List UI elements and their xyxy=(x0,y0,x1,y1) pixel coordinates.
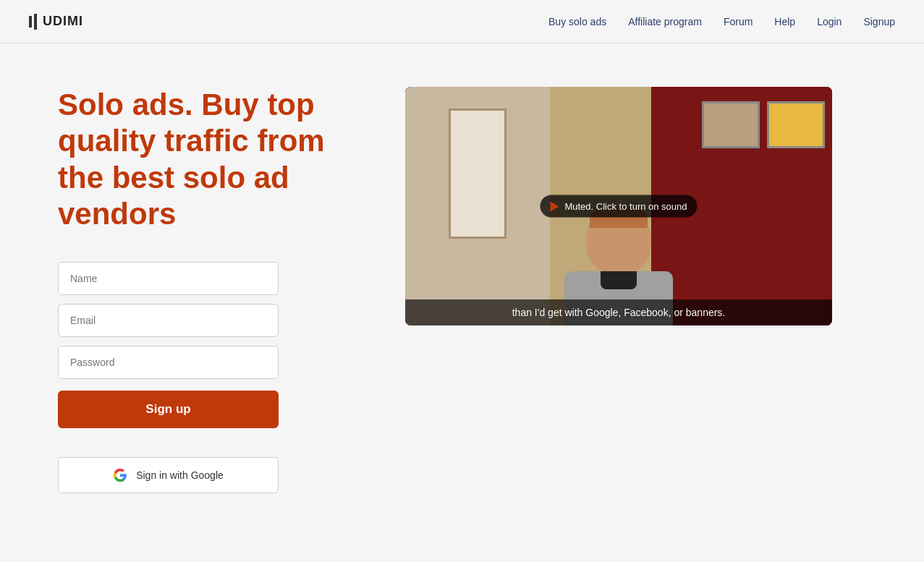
video-background: Muted. Click to turn on sound than I'd g… xyxy=(405,87,832,325)
nav-signup[interactable]: Signup xyxy=(863,16,895,27)
video-player[interactable]: Muted. Click to turn on sound than I'd g… xyxy=(405,87,832,325)
signup-button[interactable]: Sign up xyxy=(58,391,279,428)
left-section: Solo ads. Buy top quality traffic from t… xyxy=(58,87,362,493)
main-content: Solo ads. Buy top quality traffic from t… xyxy=(0,43,924,537)
logo-text: UDIMI xyxy=(43,14,83,29)
nav-affiliate-program[interactable]: Affiliate program xyxy=(628,16,702,27)
google-signin-label: Sign in with Google xyxy=(136,469,224,481)
nav-help[interactable]: Help xyxy=(774,16,795,27)
divider xyxy=(58,437,279,448)
nav-buy-solo-ads[interactable]: Buy solo ads xyxy=(548,16,606,27)
google-signin-button[interactable]: Sign in with Google xyxy=(58,457,279,493)
signup-form: Sign up Sign in with Google xyxy=(58,262,279,493)
person-collar xyxy=(601,271,637,289)
muted-badge[interactable]: Muted. Click to turn on sound xyxy=(540,195,697,218)
google-icon xyxy=(113,468,127,482)
nav-login[interactable]: Login xyxy=(817,16,842,27)
main-nav: Buy solo ads Affiliate program Forum Hel… xyxy=(548,16,895,27)
site-header: UDIMI Buy solo ads Affiliate program For… xyxy=(0,0,924,43)
right-section: Muted. Click to turn on sound than I'd g… xyxy=(405,87,832,325)
door xyxy=(449,108,506,239)
nav-forum[interactable]: Forum xyxy=(724,16,753,27)
password-input[interactable] xyxy=(58,346,279,379)
logo-bar-2 xyxy=(34,14,37,30)
subtitle-text: than I'd get with Google, Facebook, or b… xyxy=(512,307,726,318)
logo[interactable]: UDIMI xyxy=(29,14,83,30)
muted-label: Muted. Click to turn on sound xyxy=(564,201,687,212)
play-icon xyxy=(550,201,559,211)
hero-headline: Solo ads. Buy top quality traffic from t… xyxy=(58,87,362,233)
logo-bar-1 xyxy=(29,16,32,27)
name-input[interactable] xyxy=(58,262,279,295)
subtitle-bar: than I'd get with Google, Facebook, or b… xyxy=(405,299,832,325)
logo-icon xyxy=(29,14,37,30)
email-input[interactable] xyxy=(58,304,279,337)
painting-1 xyxy=(702,101,760,148)
painting-2 xyxy=(767,101,825,148)
